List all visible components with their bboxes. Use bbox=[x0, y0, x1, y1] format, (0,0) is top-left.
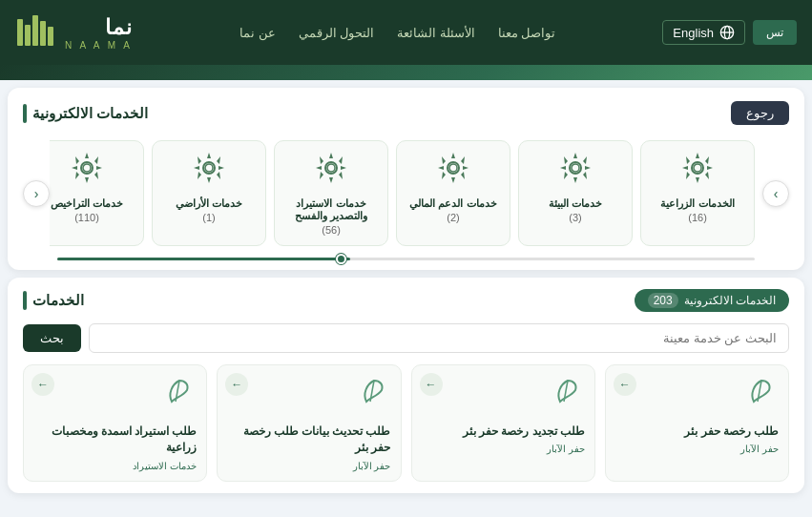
gear-icon-0 bbox=[680, 151, 715, 192]
service-card-title-2: طلب تحديث بيانات طلب رخصة حفر بئر bbox=[227, 424, 390, 457]
carousel-item-0[interactable]: الخدمات الزراعية (16) bbox=[640, 140, 755, 246]
svg-rect-4 bbox=[25, 25, 31, 46]
svg-rect-7 bbox=[48, 27, 53, 46]
gear-icon-3 bbox=[314, 151, 348, 192]
main-title-text: الخدمات bbox=[32, 292, 84, 309]
carousel-item-label-3: خدمات الاستيراد والتصدير والفسح bbox=[282, 197, 380, 222]
progress-track[interactable] bbox=[57, 258, 755, 260]
search-input[interactable] bbox=[89, 323, 789, 353]
globe-icon bbox=[719, 25, 735, 40]
nav-faq[interactable]: الأسئلة الشائعة bbox=[397, 26, 475, 40]
gear-icon-2 bbox=[436, 151, 470, 192]
service-card-arrow-1: ← bbox=[420, 373, 443, 396]
service-card-sub-2: حفر الآبار bbox=[227, 461, 390, 471]
leaf-icon-3 bbox=[33, 375, 197, 416]
service-card-0[interactable]: ← طلب رخصة حفر بئر حفر الآبار bbox=[605, 364, 789, 482]
service-card-title-1: طلب تجديد رخصة حفر بئر bbox=[422, 424, 585, 440]
carousel-item-count-5: (110) bbox=[74, 212, 99, 223]
svg-point-15 bbox=[327, 164, 335, 172]
carousel: › الخدمات الزراعية (16) bbox=[23, 136, 789, 250]
search-row: بحث bbox=[23, 323, 789, 353]
svg-rect-5 bbox=[32, 15, 38, 46]
carousel-item-4[interactable]: خدمات الأراضي (1) bbox=[152, 140, 266, 246]
svg-point-11 bbox=[572, 164, 579, 172]
search-button[interactable]: بحث bbox=[23, 324, 81, 352]
carousel-section-header: رجوع الخدمات الالكترونية bbox=[23, 101, 789, 125]
carousel-title-text: الخدمات الالكترونية bbox=[32, 105, 148, 122]
service-card-title-0: طلب رخصة حفر بئر bbox=[615, 424, 779, 440]
carousel-item-count-4: (1) bbox=[202, 212, 215, 223]
carousel-item-count-1: (3) bbox=[569, 212, 581, 223]
banner bbox=[0, 65, 812, 80]
carousel-items: الخدمات الزراعية (16) خدمات البيئة (3) bbox=[50, 136, 762, 250]
logo-latin-text: N A A M A bbox=[65, 40, 133, 51]
main-section-header: الخدمات الالكترونية 203 الخدمات bbox=[23, 289, 789, 312]
carousel-item-label-0: الخدمات الزراعية bbox=[660, 197, 734, 210]
service-card-sub-1: حفر الآبار bbox=[422, 444, 585, 454]
svg-rect-3 bbox=[17, 19, 23, 46]
carousel-item-3[interactable]: خدمات الاستيراد والتصدير والفسح (56) bbox=[274, 140, 388, 246]
leaf-icon-0 bbox=[615, 375, 779, 416]
nav-contact[interactable]: تواصل معنا bbox=[498, 26, 556, 40]
service-card-sub-3: خدمات الاستيراد bbox=[33, 461, 197, 471]
gear-icon-1 bbox=[558, 151, 593, 192]
main-section-title: الخدمات bbox=[23, 291, 84, 310]
language-switcher[interactable]: English bbox=[662, 20, 745, 45]
logo: نما N A A M A bbox=[15, 11, 133, 53]
main-services-section: الخدمات الالكترونية 203 الخدمات بحث ← طل… bbox=[8, 278, 804, 493]
test-button[interactable]: تس bbox=[753, 20, 797, 45]
carousel-item-label-2: خدمات الدعم المالي bbox=[409, 197, 496, 210]
nav-digital[interactable]: التحول الرقمي bbox=[299, 26, 375, 40]
language-label: English bbox=[673, 26, 714, 40]
progress-bar-container bbox=[23, 258, 789, 260]
logo-icon bbox=[15, 11, 57, 53]
carousel-item-1[interactable]: خدمات البيئة (3) bbox=[518, 140, 633, 246]
service-cards: ← طلب رخصة حفر بئر حفر الآبار ← طلب تجدي… bbox=[23, 364, 789, 482]
back-button[interactable]: رجوع bbox=[731, 101, 789, 125]
service-card-1[interactable]: ← طلب تجديد رخصة حفر بئر حفر الآبار bbox=[411, 364, 595, 482]
carousel-item-2[interactable]: خدمات الدعم المالي (2) bbox=[396, 140, 510, 246]
header-left: تس English bbox=[662, 20, 797, 45]
service-card-2[interactable]: ← طلب تحديث بيانات طلب رخصة حفر بئر حفر … bbox=[217, 364, 401, 482]
service-card-3[interactable]: ← طلب استيراد اسمدة ومخصبات زراعية خدمات… bbox=[23, 364, 207, 482]
service-card-arrow-3: ← bbox=[31, 373, 54, 396]
svg-point-19 bbox=[83, 164, 91, 172]
carousel-left-arrow[interactable]: ‹ bbox=[23, 180, 50, 207]
gear-icon-4 bbox=[192, 151, 226, 192]
title-bar bbox=[23, 104, 27, 123]
carousel-item-5[interactable]: خدمات التراخيص (110) bbox=[50, 140, 144, 246]
carousel-item-count-2: (2) bbox=[447, 212, 459, 223]
service-card-title-3: طلب استيراد اسمدة ومخصبات زراعية bbox=[33, 424, 197, 457]
services-badge: الخدمات الالكترونية 203 bbox=[635, 289, 789, 312]
svg-rect-6 bbox=[40, 21, 46, 46]
progress-fill bbox=[57, 258, 350, 260]
services-badge-label: الخدمات الالكترونية bbox=[684, 294, 776, 307]
carousel-item-count-3: (56) bbox=[322, 224, 341, 236]
services-carousel-section: رجوع الخدمات الالكترونية › الخدمات الزرا… bbox=[8, 88, 804, 270]
svg-point-13 bbox=[449, 164, 457, 172]
carousel-section-title: الخدمات الالكترونية bbox=[23, 104, 148, 123]
carousel-right-arrow[interactable]: › bbox=[762, 180, 789, 207]
gear-icon-5 bbox=[70, 151, 104, 192]
nav-links: تواصل معنا الأسئلة الشائعة التحول الرقمي… bbox=[239, 26, 556, 40]
nav-about[interactable]: عن نما bbox=[239, 26, 276, 40]
carousel-item-label-4: خدمات الأراضي bbox=[176, 197, 242, 210]
service-card-sub-0: حفر الآبار bbox=[615, 444, 779, 454]
carousel-item-count-0: (16) bbox=[688, 212, 707, 223]
leaf-icon-1 bbox=[422, 375, 585, 416]
service-card-arrow-0: ← bbox=[614, 373, 636, 396]
main-title-bar bbox=[23, 291, 27, 310]
carousel-item-label-1: خدمات البيئة bbox=[549, 197, 602, 210]
leaf-icon-2 bbox=[227, 375, 390, 416]
logo-arabic-text: نما bbox=[105, 15, 133, 39]
carousel-item-label-5: خدمات التراخيص bbox=[51, 197, 123, 210]
progress-dot bbox=[336, 254, 346, 264]
services-badge-count: 203 bbox=[648, 293, 678, 308]
svg-point-17 bbox=[205, 164, 213, 172]
svg-point-9 bbox=[694, 164, 701, 172]
header: تس English تواصل معنا الأسئلة الشائعة ال… bbox=[0, 0, 812, 65]
